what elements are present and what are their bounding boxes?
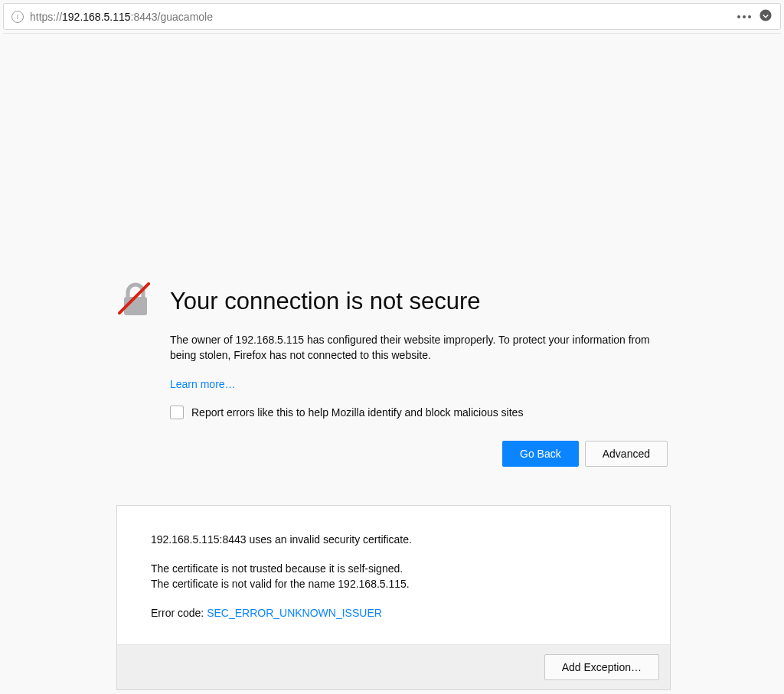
cert-error-line1: 192.168.5.115:8443 uses an invalid secur… bbox=[151, 532, 636, 547]
insecure-lock-icon bbox=[116, 282, 155, 320]
cert-error-line2: The certificate is not trusted because i… bbox=[151, 561, 636, 576]
url-protocol: https:// bbox=[30, 11, 62, 23]
error-code-row: Error code: SEC_ERROR_UNKNOWN_ISSUER bbox=[151, 605, 636, 621]
error-description: The owner of 192.168.5.115 has configure… bbox=[170, 332, 668, 363]
url-rest: :8443/guacamole bbox=[131, 11, 213, 23]
url-text: https://192.168.5.115:8443/guacamole bbox=[30, 11, 737, 23]
url-bar[interactable]: i https://192.168.5.115:8443/guacamole bbox=[3, 3, 781, 30]
url-host: 192.168.5.115 bbox=[62, 11, 131, 23]
pocket-icon[interactable] bbox=[759, 8, 773, 24]
error-code-link[interactable]: SEC_ERROR_UNKNOWN_ISSUER bbox=[207, 607, 382, 619]
add-exception-button[interactable]: Add Exception… bbox=[544, 654, 659, 680]
advanced-button[interactable]: Advanced bbox=[585, 441, 668, 467]
site-info-icon[interactable]: i bbox=[11, 11, 24, 23]
cert-error-line3: The certificate is not valid for the nam… bbox=[151, 576, 636, 591]
learn-more-link[interactable]: Learn more… bbox=[170, 378, 236, 390]
report-errors-checkbox[interactable] bbox=[170, 406, 184, 419]
page-action-more-icon[interactable] bbox=[737, 15, 751, 18]
error-code-label: Error code: bbox=[151, 607, 207, 619]
go-back-button[interactable]: Go Back bbox=[502, 441, 579, 467]
error-title: Your connection is not secure bbox=[170, 288, 668, 315]
advanced-panel: 192.168.5.115:8443 uses an invalid secur… bbox=[116, 505, 671, 690]
report-errors-label: Report errors like this to help Mozilla … bbox=[191, 406, 523, 419]
